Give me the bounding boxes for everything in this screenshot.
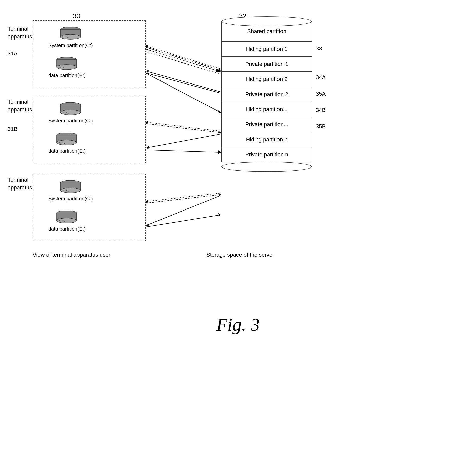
arrow-hiding2-to-t2data xyxy=(146,134,220,148)
disk-icon-t2-sys xyxy=(59,102,83,116)
arrow-hidingn-tnsys-back xyxy=(145,193,220,202)
arrow-t2sys-hiding2 xyxy=(146,124,221,133)
svg-marker-7 xyxy=(218,131,221,134)
partition-privaten: Private partition n xyxy=(221,147,312,162)
data-partition-label-t2: data partition(E:) xyxy=(48,148,86,154)
partition-private2-label: Private partition 2 xyxy=(245,91,288,98)
svg-marker-14 xyxy=(146,223,149,227)
id-35A: 35A xyxy=(316,91,326,97)
cylinder-bottom xyxy=(221,162,312,172)
view-caption: View of terminal apparatus user xyxy=(33,252,110,258)
partitions-stack: Shared partition Hiding partition 1 Priv… xyxy=(221,21,312,172)
terminal2-label: Terminalapparatus 2 xyxy=(8,98,37,114)
partition-privaten-label: Private partition n xyxy=(245,151,288,158)
partition-hiding1-label: Hiding partition 1 xyxy=(246,46,287,52)
disk-icon-t1-sys xyxy=(59,27,83,41)
disk-icon-t2-data xyxy=(55,133,79,146)
partition-hiding-ellipsis-label: Hiding partition... xyxy=(246,106,287,113)
partition-private-ellipsis-label: Private partition... xyxy=(245,121,288,128)
partition-private-ellipsis: Private partition... xyxy=(221,117,312,132)
svg-marker-6 xyxy=(218,110,221,113)
arrow-hiding1-to-t1-data xyxy=(146,73,220,93)
fig-label: Fig. 3 xyxy=(0,314,476,335)
partition-hidingn-label: Hiding partition n xyxy=(246,136,287,143)
partition-hiding-ellipsis: Hiding partition... xyxy=(221,102,312,117)
svg-marker-11 xyxy=(218,193,221,196)
terminal1-label: Terminalapparatus 1 xyxy=(8,25,37,41)
partition-private1: Private partition 1 xyxy=(221,57,312,72)
svg-marker-5 xyxy=(146,70,149,73)
arrow-t1-sys-to-shared xyxy=(146,49,220,72)
id-34B: 34B xyxy=(316,107,326,113)
partition-shared-label: Shared partition xyxy=(247,28,286,35)
id-33: 33 xyxy=(316,45,322,52)
svg-marker-13 xyxy=(218,213,221,216)
id-34A: 34A xyxy=(316,74,326,81)
arrow-t1sys-shared-out xyxy=(146,47,221,70)
disk-icon-tn-sys xyxy=(59,180,83,194)
disk-icon-t1-data xyxy=(55,57,79,71)
partition-hidingn: Hiding partition n xyxy=(221,132,312,147)
arrow-hidingn-to-tndata xyxy=(146,196,220,225)
terminal1-id: 31A xyxy=(8,50,17,57)
svg-marker-9 xyxy=(146,146,149,149)
terminaln-box: System partition(C:) data partition(E:) xyxy=(33,174,146,241)
sys-partition-label-tn: System partition(C:) xyxy=(48,196,93,202)
terminal1-box: System partition(C:) data partition(E:) xyxy=(33,20,146,88)
svg-marker-10 xyxy=(218,150,221,154)
partition-hiding1: Hiding partition 1 xyxy=(221,41,312,57)
svg-marker-3 xyxy=(218,68,221,71)
arrow-tndata-to-privaten xyxy=(146,215,221,227)
partition-hiding2-label: Hiding partition 2 xyxy=(246,76,287,82)
arrow-t1data-to-private1 xyxy=(146,73,221,113)
partition-private2: Private partition 2 xyxy=(221,87,312,102)
disk-icon-tn-data xyxy=(55,211,79,224)
server-storage: Shared partition Hiding partition 1 Priv… xyxy=(221,16,312,172)
terminaln-label: Terminalapparatus n xyxy=(8,176,37,192)
label-30: 30 xyxy=(73,12,80,20)
arrow-shared-to-t1-sys xyxy=(146,52,220,74)
arrow-t2data-to-private2 xyxy=(146,150,221,152)
diagram-container: 30 32 Terminalapparatus 1 31A System par… xyxy=(0,0,476,402)
arrow-hiding2-t2sys-back xyxy=(145,122,220,131)
partition-hiding2: Hiding partition 2 xyxy=(221,72,312,87)
arrow-tnsys-hidingn xyxy=(146,195,221,203)
sys-partition-label-t2: System partition(C:) xyxy=(48,118,93,124)
terminal2-box: System partition(C:) data partition(E:) xyxy=(33,96,146,163)
cylinder-top xyxy=(221,16,312,26)
data-partition-label-t1: data partition(E:) xyxy=(48,73,86,78)
terminal2-id: 31B xyxy=(8,126,17,132)
storage-caption: Storage space of the server xyxy=(206,252,274,258)
partition-private1-label: Private partition 1 xyxy=(245,61,288,67)
data-partition-label-tn: data partition(E:) xyxy=(48,226,86,232)
sys-partition-label-t1: System partition(C:) xyxy=(48,43,93,48)
arrow-hiding1-to-t1data xyxy=(146,71,220,92)
arrow-shared-t1sys-back xyxy=(145,46,220,69)
id-35B: 35B xyxy=(316,123,326,130)
